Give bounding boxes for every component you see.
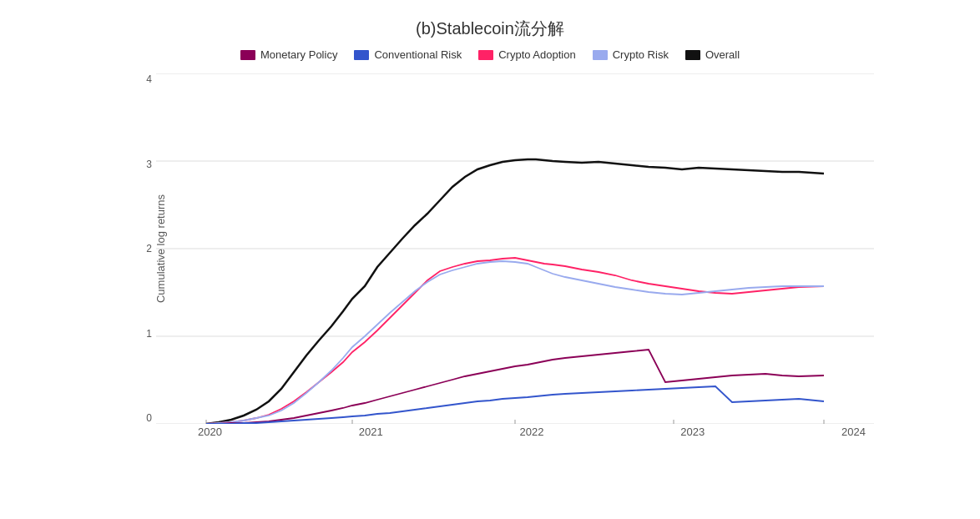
chart-svg bbox=[156, 73, 874, 424]
chart-title: (b)Stablecoin流分解 bbox=[416, 18, 564, 40]
y-tick-1: 1 bbox=[146, 328, 152, 340]
crypto-risk-color-swatch bbox=[593, 50, 608, 60]
legend: Monetary Policy Conventional Risk Crypto… bbox=[240, 48, 740, 61]
monetary-policy-color-swatch bbox=[240, 50, 255, 60]
monetary-policy-label: Monetary Policy bbox=[260, 48, 337, 61]
x-label-2024: 2024 bbox=[841, 426, 866, 438]
overall-color-swatch bbox=[685, 50, 700, 60]
line-conventional-risk bbox=[206, 386, 824, 424]
crypto-risk-label: Crypto Risk bbox=[613, 48, 669, 61]
legend-item-conventional-risk: Conventional Risk bbox=[354, 48, 462, 61]
conventional-risk-color-swatch bbox=[354, 50, 369, 60]
legend-item-overall: Overall bbox=[685, 48, 740, 61]
legend-item-crypto-adoption: Crypto Adoption bbox=[478, 48, 576, 61]
line-overall bbox=[206, 159, 824, 424]
y-tick-3: 3 bbox=[146, 159, 152, 170]
line-crypto-risk bbox=[206, 261, 824, 424]
crypto-adoption-label: Crypto Adoption bbox=[498, 48, 576, 61]
x-label-2022: 2022 bbox=[520, 426, 544, 438]
legend-item-monetary-policy: Monetary Policy bbox=[240, 48, 337, 61]
x-label-2021: 2021 bbox=[359, 426, 383, 438]
chart-container: (b)Stablecoin流分解 Monetary Policy Convent… bbox=[73, 18, 907, 501]
legend-item-crypto-risk: Crypto Risk bbox=[593, 48, 669, 61]
conventional-risk-label: Conventional Risk bbox=[374, 48, 462, 61]
y-tick-2: 2 bbox=[146, 243, 152, 254]
chart-plot-area bbox=[156, 73, 874, 424]
overall-label: Overall bbox=[705, 48, 740, 61]
crypto-adoption-color-swatch bbox=[478, 50, 493, 60]
y-tick-0: 0 bbox=[146, 412, 152, 424]
line-monetary-policy bbox=[206, 350, 824, 424]
x-label-2023: 2023 bbox=[680, 426, 705, 438]
x-label-2020: 2020 bbox=[198, 426, 222, 438]
y-tick-4: 4 bbox=[146, 73, 152, 85]
